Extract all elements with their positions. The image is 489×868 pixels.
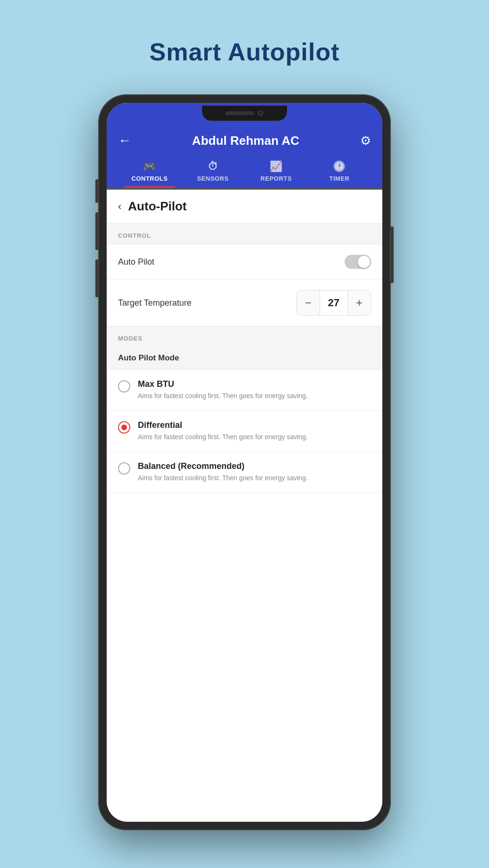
page-title: Smart Autopilot [149, 38, 339, 66]
mode-differential[interactable]: Differential Aims for fastest cooling fi… [107, 411, 382, 452]
speaker [226, 111, 254, 115]
mode-max-btu-desc: Aims for fastest cooling first. Then goe… [138, 391, 308, 401]
header-row: ← Abdul Rehman AC ⚙ [118, 133, 371, 148]
mode-balanced-text: Balanced (Recommended) Aims for fastest … [138, 461, 308, 483]
app-header: ← Abdul Rehman AC ⚙ 🎮 CONTROLS ⏱ SENSORS… [107, 126, 382, 188]
control-section-label: CONTROL [107, 224, 382, 244]
timer-icon: 🕐 [333, 160, 346, 173]
tab-sensors[interactable]: ⏱ SENSORS [181, 157, 244, 188]
radio-balanced [118, 462, 130, 475]
mode-differential-desc: Aims for fastest cooling first. Then goe… [138, 432, 308, 442]
temperature-increase-button[interactable]: + [348, 291, 371, 315]
auto-pilot-row: Auto Pilot [107, 244, 382, 280]
power-button [391, 226, 394, 283]
mode-max-btu[interactable]: Max BTU Aims for fastest cooling first. … [107, 370, 382, 411]
modes-section: MODES Auto Pilot Mode Max BTU Aims for f… [107, 326, 382, 493]
sensors-icon: ⏱ [208, 160, 219, 173]
volume-mute-button [95, 179, 98, 203]
target-temperature-row: Target Temperature − 27 + [107, 280, 382, 326]
modes-section-label: MODES [107, 326, 382, 347]
tab-controls[interactable]: 🎮 CONTROLS [118, 157, 181, 188]
autopilot-title: Auto-Pilot [128, 199, 186, 214]
settings-icon[interactable]: ⚙ [360, 134, 371, 148]
back-button[interactable]: ← [118, 133, 131, 148]
tab-sensors-label: SENSORS [197, 175, 228, 182]
control-settings-group: Auto Pilot Target Temperature − 27 + [107, 244, 382, 326]
mode-balanced-name: Balanced (Recommended) [138, 461, 308, 471]
tab-timer-label: TIMER [329, 175, 350, 182]
temperature-value: 27 [320, 291, 348, 315]
mode-balanced-desc: Aims for fastest cooling first. Then goe… [138, 473, 308, 483]
mode-max-btu-name: Max BTU [138, 379, 308, 389]
auto-pilot-toggle[interactable] [345, 255, 371, 269]
reports-icon: 📈 [270, 160, 283, 173]
autopilot-header: ‹ Auto-Pilot [107, 190, 382, 224]
target-temperature-label: Target Temperature [118, 298, 192, 308]
mode-group-label: Auto Pilot Mode [107, 347, 382, 370]
radio-differential [118, 421, 130, 434]
front-camera [258, 110, 263, 116]
mode-balanced[interactable]: Balanced (Recommended) Aims for fastest … [107, 452, 382, 493]
notch-bar [107, 103, 382, 126]
phone-screen: ← Abdul Rehman AC ⚙ 🎮 CONTROLS ⏱ SENSORS… [107, 103, 382, 822]
radio-differential-inner [121, 425, 127, 430]
temperature-stepper: − 27 + [296, 290, 371, 316]
volume-down-button [95, 259, 98, 297]
device-title: Abdul Rehman AC [192, 134, 299, 148]
tab-reports-label: REPORTS [261, 175, 292, 182]
autopilot-back-button[interactable]: ‹ [118, 200, 121, 213]
toggle-knob [358, 256, 370, 268]
controls-icon: 🎮 [143, 160, 156, 173]
volume-up-button [95, 212, 98, 250]
tab-controls-label: CONTROLS [132, 175, 168, 182]
mode-max-btu-text: Max BTU Aims for fastest cooling first. … [138, 379, 308, 401]
tabs-row: 🎮 CONTROLS ⏱ SENSORS 📈 REPORTS 🕐 TIMER [118, 157, 371, 188]
temperature-decrease-button[interactable]: − [297, 291, 320, 315]
screen-content: ‹ Auto-Pilot CONTROL Auto Pilot Target T… [107, 190, 382, 822]
mode-differential-name: Differential [138, 420, 308, 430]
notch [202, 106, 287, 121]
auto-pilot-label: Auto Pilot [118, 257, 154, 267]
tab-reports[interactable]: 📈 REPORTS [244, 157, 308, 188]
tab-timer[interactable]: 🕐 TIMER [308, 157, 371, 188]
phone-shell: ← Abdul Rehman AC ⚙ 🎮 CONTROLS ⏱ SENSORS… [98, 94, 391, 830]
mode-differential-text: Differential Aims for fastest cooling fi… [138, 420, 308, 442]
radio-max-btu [118, 380, 130, 392]
